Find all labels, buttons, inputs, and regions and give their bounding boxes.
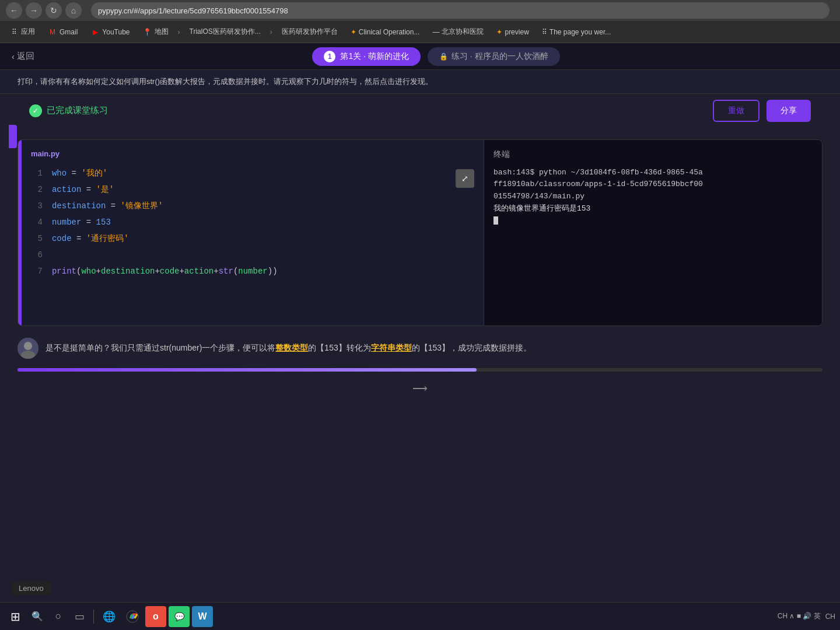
completion-header: ✓ 已完成课堂练习 重做 分享	[18, 94, 822, 128]
bottom-section: 是不是挺简单的？我们只需通过str(number)一个步骤，便可以将整数类型的【…	[18, 338, 822, 359]
bookmark-clinical[interactable]: ✦ Clinical Operation...	[346, 26, 425, 38]
address-bar-container	[91, 2, 830, 19]
tabs-container: 1 第1关 · 萌新的进化 🔒 练习 · 程序员的一人饮酒醉	[312, 47, 559, 66]
terminal-panel: 终端 bash:143$ python ~/3d1084f6-08fb-436d…	[484, 140, 822, 326]
bookmark-preview[interactable]: ✦ preview	[492, 26, 533, 38]
code-line-6: 6	[31, 247, 474, 263]
home-btn[interactable]: ⌂	[65, 2, 82, 19]
code-line-1: 1 who = '我的'	[31, 165, 474, 181]
preview-icon: ✦	[496, 28, 502, 36]
comment-row: 是不是挺简单的？我们只需通过str(number)一个步骤，便可以将整数类型的【…	[18, 338, 822, 359]
expand-button[interactable]: ⤢	[456, 169, 474, 188]
bookmark-page[interactable]: ⠿ The page you wer...	[537, 26, 615, 38]
avatar	[18, 338, 38, 359]
taskbar-search-button[interactable]: 🔍	[28, 607, 47, 626]
terminal-line-4: 我的镜像世界通行密码是153	[494, 203, 813, 215]
code-line-7: 7 print(who+destination+code+action+str(…	[31, 263, 474, 279]
bookmarks-bar: ⠿ 应用 M Gmail ▶ YouTube 📍 地图 › TrialOS医药研…	[0, 21, 840, 43]
bookmark-medical[interactable]: 医药研发协作平台	[277, 25, 342, 38]
bookmark-youtube[interactable]: ▶ YouTube	[86, 26, 134, 38]
taskbar-chrome-app[interactable]	[122, 606, 143, 627]
bookmark-separator2: ›	[270, 28, 272, 36]
taskbar-wechat-app[interactable]: 💬	[169, 606, 190, 627]
code-line-4: 4 number = 153	[31, 214, 474, 230]
taskbar-time: CH	[825, 612, 835, 621]
scroll-indicator: ⟶	[0, 377, 840, 400]
page-icon: ⠿	[542, 28, 547, 36]
progress-bar-container	[18, 368, 822, 372]
terminal-title: 终端	[494, 149, 813, 160]
tab-number-badge: 1	[324, 51, 335, 62]
taskbar-tray: CH ∧ ■ 🔊 英	[778, 611, 821, 621]
terminal-cursor-line	[494, 215, 813, 228]
tab-active-lecture[interactable]: 1 第1关 · 萌新的进化	[312, 47, 420, 66]
taskbar-word-app[interactable]: W	[192, 606, 213, 627]
spark-icon: ✦	[351, 28, 356, 36]
back-chevron-icon: ‹	[12, 51, 15, 61]
terminal-line-2: ff18910ab/classroom/apps-1-id-5cd9765619…	[494, 178, 813, 191]
taskbar-network-app[interactable]: 🌐	[99, 606, 120, 627]
terminal-cursor	[494, 216, 498, 225]
start-button[interactable]: ⊞	[5, 606, 26, 627]
bookmark-separator1: ›	[178, 28, 180, 36]
terminal-output: bash:143$ python ~/3d1084f6-08fb-436d-98…	[494, 167, 813, 228]
taskbar: ⊞ 🔍 ○ ▭ 🌐 o 💬 W CH ∧ ■ 🔊 英 CH	[0, 602, 840, 630]
check-circle-icon: ✓	[29, 104, 42, 117]
code-section: main.py 1 who = '我的' 2 action = '是' 3 de…	[18, 139, 822, 326]
apps-icon: ⠿	[9, 27, 19, 37]
lock-icon: 🔒	[439, 52, 448, 61]
bookmark-hospital[interactable]: — 北京协和医院	[428, 25, 488, 38]
editor-container: main.py 1 who = '我的' 2 action = '是' 3 de…	[22, 140, 822, 326]
highlight-integer: 整数类型	[275, 343, 308, 352]
taskbar-outlook-app[interactable]: o	[145, 606, 166, 627]
scroll-arrow-icon: ⟶	[412, 383, 428, 394]
bookmark-gmail[interactable]: M Gmail	[43, 26, 82, 38]
terminal-line-1: bash:143$ python ~/3d1084f6-08fb-436d-98…	[494, 167, 813, 179]
file-tab: main.py	[31, 149, 474, 158]
bookmark-maps[interactable]: 📍 地图	[138, 25, 173, 38]
taskbar-cortana-button[interactable]: ○	[49, 607, 68, 626]
code-line-5: 5 code = '通行密码'	[31, 230, 474, 247]
lenovo-badge: Lenovo	[12, 582, 51, 595]
forward-browser-btn[interactable]: →	[26, 2, 42, 19]
redo-button[interactable]: 重做	[713, 100, 760, 122]
terminal-line-3: 01554798/143/main.py	[494, 191, 813, 203]
instruction-bar: 打印，请你有有名称如何定义如何调用str()函数解大报告，元成数据并接时。请元观…	[0, 70, 840, 94]
completion-badge: ✓ 已完成课堂练习	[29, 104, 108, 117]
back-browser-btn[interactable]: ←	[6, 2, 22, 19]
taskbar-tasks-button[interactable]: ▭	[70, 607, 89, 626]
tab-inactive-exercise[interactable]: 🔒 练习 · 程序员的一人饮酒醉	[428, 47, 560, 66]
highlight-string: 字符串类型	[371, 343, 412, 352]
address-bar[interactable]	[91, 2, 830, 19]
code-lines: 1 who = '我的' 2 action = '是' 3 destinatio…	[31, 165, 474, 279]
top-nav: ‹ 返回 1 第1关 · 萌新的进化 🔒 练习 · 程序员的一人饮酒醉	[0, 43, 840, 70]
maps-icon: 📍	[143, 27, 152, 37]
reload-btn[interactable]: ↻	[46, 2, 62, 19]
side-accent	[9, 125, 17, 148]
comment-text: 是不是挺简单的？我们只需通过str(number)一个步骤，便可以将整数类型的【…	[46, 338, 531, 354]
bookmark-trial[interactable]: TrialOS医药研发协作...	[185, 25, 265, 38]
browser-chrome: ← → ↻ ⌂ ⠿ 应用 M Gmail ▶ YouTube 📍 地图 › Tr…	[0, 0, 840, 43]
action-buttons: 重做 分享	[713, 100, 811, 122]
code-line-2: 2 action = '是'	[31, 181, 474, 198]
main-content: ‹ 返回 1 第1关 · 萌新的进化 🔒 练习 · 程序员的一人饮酒醉 打印，请…	[0, 43, 840, 603]
browser-titlebar: ← → ↻ ⌂	[0, 0, 840, 21]
youtube-icon: ▶	[90, 27, 100, 37]
gmail-icon: M	[48, 27, 57, 37]
dash-icon: —	[432, 28, 439, 36]
taskbar-divider	[93, 610, 94, 624]
browser-controls: ← → ↻ ⌂	[6, 2, 82, 19]
progress-bar-fill	[18, 368, 477, 372]
code-line-3: 3 destination = '镜像世界'	[31, 198, 474, 214]
svg-point-1	[24, 342, 32, 350]
bookmark-apps[interactable]: ⠿ 应用	[5, 25, 40, 38]
back-button[interactable]: ‹ 返回	[12, 51, 34, 62]
share-button[interactable]: 分享	[766, 100, 811, 122]
code-editor[interactable]: main.py 1 who = '我的' 2 action = '是' 3 de…	[22, 140, 484, 326]
taskbar-right: CH ∧ ■ 🔊 英 CH	[778, 611, 835, 621]
